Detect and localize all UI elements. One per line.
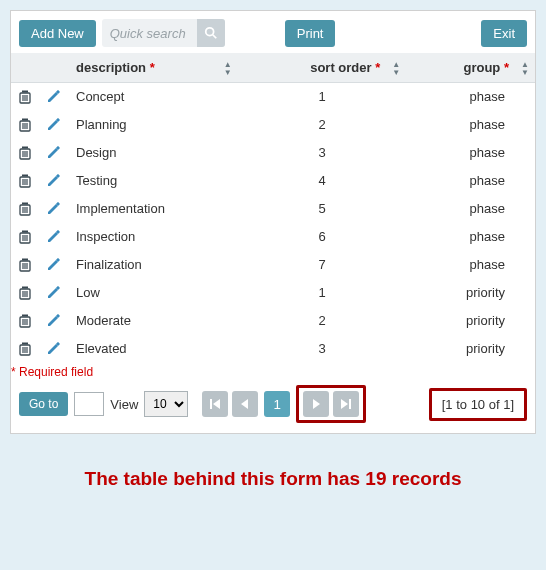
delete-row-button[interactable]: [11, 139, 39, 167]
prev-page-button[interactable]: [232, 391, 258, 417]
delete-row-button[interactable]: [11, 251, 39, 279]
cell-description: Design: [68, 139, 238, 167]
cell-description: Inspection: [68, 223, 238, 251]
sort-icon[interactable]: ▲▼: [521, 60, 529, 75]
first-page-button[interactable]: [202, 391, 228, 417]
prev-icon: [239, 398, 251, 410]
cell-description: Moderate: [68, 307, 238, 335]
next-page-button[interactable]: [303, 391, 329, 417]
goto-button[interactable]: Go to: [19, 392, 68, 416]
col-sort-order[interactable]: sort order * ▲▼: [238, 53, 406, 83]
trash-icon: [19, 202, 31, 216]
cell-description: Elevated: [68, 335, 238, 363]
data-table: description * ▲▼ sort order * ▲▼ group *…: [11, 53, 535, 363]
cell-group: phase: [406, 139, 535, 167]
pencil-icon: [47, 342, 60, 355]
required-note: * Required field: [9, 363, 535, 379]
quick-search: [102, 19, 225, 47]
pencil-icon: [47, 258, 60, 271]
svg-marker-65: [313, 399, 320, 409]
trash-icon: [19, 90, 31, 104]
trash-icon: [19, 342, 31, 356]
delete-row-button[interactable]: [11, 83, 39, 111]
edit-row-button[interactable]: [39, 83, 68, 111]
edit-row-button[interactable]: [39, 111, 68, 139]
svg-marker-63: [213, 399, 220, 409]
trash-icon: [19, 286, 31, 300]
delete-row-button[interactable]: [11, 195, 39, 223]
add-new-button[interactable]: Add New: [19, 20, 96, 47]
edit-row-button[interactable]: [39, 139, 68, 167]
edit-row-button[interactable]: [39, 251, 68, 279]
pager: Go to View 10 1 [1 to 10 of 1]: [11, 379, 535, 433]
table-row: Implementation5phase: [11, 195, 535, 223]
svg-line-1: [213, 35, 217, 39]
svg-rect-24: [22, 174, 28, 176]
delete-row-button[interactable]: [11, 111, 39, 139]
svg-rect-62: [210, 399, 212, 409]
cell-group: phase: [406, 83, 535, 111]
table-row: Design3phase: [11, 139, 535, 167]
col-group[interactable]: group * ▲▼: [406, 53, 535, 83]
col-delete: [11, 53, 39, 83]
trash-icon: [19, 146, 31, 160]
delete-row-button[interactable]: [11, 335, 39, 363]
trash-icon: [19, 314, 31, 328]
svg-rect-60: [22, 342, 28, 344]
cell-description: Concept: [68, 83, 238, 111]
search-button[interactable]: [197, 19, 225, 47]
cell-sort-order: 2: [238, 111, 406, 139]
edit-row-button[interactable]: [39, 307, 68, 335]
cell-sort-order: 7: [238, 251, 406, 279]
trash-icon: [19, 230, 31, 244]
cell-group: phase: [406, 195, 535, 223]
cell-description: Implementation: [68, 195, 238, 223]
edit-row-button[interactable]: [39, 167, 68, 195]
delete-row-button[interactable]: [11, 279, 39, 307]
record-range: [1 to 10 of 1]: [429, 388, 527, 421]
search-input[interactable]: [102, 21, 197, 46]
print-button[interactable]: Print: [285, 20, 336, 47]
table-row: Planning2phase: [11, 111, 535, 139]
cell-sort-order: 3: [238, 139, 406, 167]
cell-group: priority: [406, 307, 535, 335]
trash-icon: [19, 258, 31, 272]
last-page-button[interactable]: [333, 391, 359, 417]
exit-button[interactable]: Exit: [481, 20, 527, 47]
page-1-button[interactable]: 1: [264, 391, 290, 417]
cell-group: phase: [406, 223, 535, 251]
table-row: Low1priority: [11, 279, 535, 307]
svg-rect-12: [22, 118, 28, 120]
edit-row-button[interactable]: [39, 195, 68, 223]
caption-text: The table behind this form has 19 record…: [0, 468, 546, 490]
cell-description: Finalization: [68, 251, 238, 279]
cell-group: phase: [406, 251, 535, 279]
sort-icon[interactable]: ▲▼: [224, 60, 232, 75]
svg-rect-67: [349, 399, 351, 409]
data-grid-panel: Add New Print Exit description * ▲▼ sort…: [10, 10, 536, 434]
edit-row-button[interactable]: [39, 335, 68, 363]
svg-rect-36: [22, 230, 28, 232]
delete-row-button[interactable]: [11, 223, 39, 251]
svg-point-0: [206, 28, 214, 36]
cell-sort-order: 5: [238, 195, 406, 223]
col-description[interactable]: description * ▲▼: [68, 53, 238, 83]
delete-row-button[interactable]: [11, 307, 39, 335]
table-row: Concept1phase: [11, 83, 535, 111]
sort-icon[interactable]: ▲▼: [392, 60, 400, 75]
edit-row-button[interactable]: [39, 279, 68, 307]
last-icon: [340, 398, 352, 410]
trash-icon: [19, 174, 31, 188]
table-row: Elevated3priority: [11, 335, 535, 363]
pencil-icon: [47, 146, 60, 159]
svg-rect-48: [22, 286, 28, 288]
edit-row-button[interactable]: [39, 223, 68, 251]
goto-input[interactable]: [74, 392, 104, 416]
table-row: Moderate2priority: [11, 307, 535, 335]
next-icon: [310, 398, 322, 410]
delete-row-button[interactable]: [11, 167, 39, 195]
page-size-select[interactable]: 10: [144, 391, 188, 417]
cell-sort-order: 2: [238, 307, 406, 335]
pencil-icon: [47, 174, 60, 187]
cell-group: priority: [406, 335, 535, 363]
